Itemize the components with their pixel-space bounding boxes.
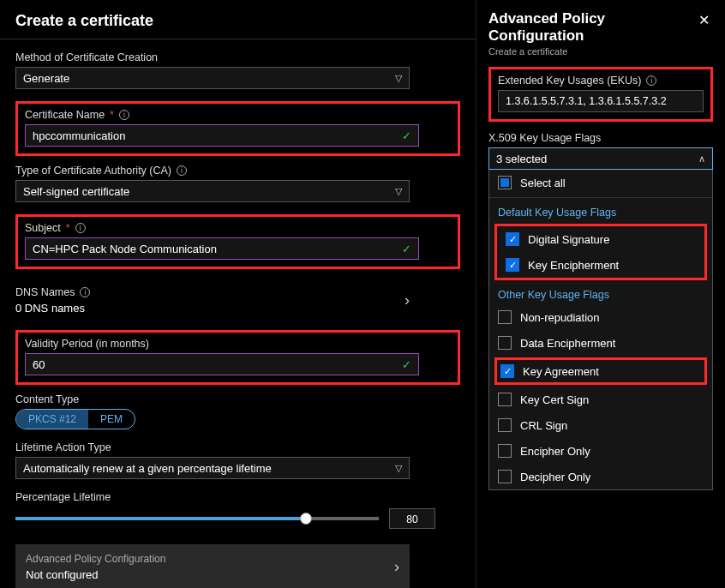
chevron-right-icon: › [394,558,399,576]
check-icon: ✓ [402,358,411,371]
pct-slider[interactable] [15,517,379,520]
x509-dropdown: Select all Default Key Usage Flags ✓ Dig… [488,170,713,490]
subject-input[interactable]: CN=HPC Pack Node Communication ✓ [25,237,419,260]
dns-value: 0 DNS names [15,302,90,315]
highlight-validity: Validity Period (in months) 60 ✓ [15,330,460,385]
validity-input[interactable]: 60 ✓ [25,353,419,375]
eku-input[interactable]: 1.3.6.1.5.5.7.3.1, 1.3.6.1.5.5.7.3.2 [498,90,704,112]
info-icon[interactable]: i [75,223,86,233]
field-ca: Type of Certificate Authority (CA) i Sel… [15,165,460,202]
content-type-toggle[interactable]: PKCS #12 PEM [15,409,135,429]
subject-label: Subject* i [25,222,451,234]
dd-select-all[interactable]: Select all [489,170,712,195]
highlight-key-agreement: ✓ Key Agreement [494,357,707,385]
method-select[interactable]: Generate ▽ [15,67,410,89]
checkbox-icon[interactable] [498,310,512,324]
checkbox-icon[interactable] [498,470,512,483]
chevron-up-icon: ∧ [698,153,705,165]
lifetime-action-select[interactable]: Automatically renew at a given percentag… [15,457,410,479]
checkbox-icon[interactable] [498,418,512,432]
field-method: Method of Certificate Creation Generate … [15,51,460,89]
x509-label: X.509 Key Usage Flags [488,132,713,144]
field-pct-lifetime: Percentage Lifetime 80 [15,491,460,529]
slider-thumb[interactable] [300,513,312,525]
right-title: Advanced Policy Configuration [488,10,695,45]
eku-label: Extended Key Usages (EKUs) i [498,75,704,87]
dd-key-agreement[interactable]: ✓ Key Agreement [497,360,704,382]
cert-name-label: Certificate Name* i [25,109,451,121]
checkbox-icon[interactable] [498,444,512,458]
checkbox-checked-icon[interactable]: ✓ [506,258,519,272]
pill-pem[interactable]: PEM [88,410,135,429]
pct-label: Percentage Lifetime [15,491,460,503]
info-icon[interactable]: i [119,110,129,120]
field-dns: DNS Names i 0 DNS names › [15,278,460,318]
field-lifetime-action: Lifetime Action Type Automatically renew… [15,441,460,479]
info-icon[interactable]: i [80,287,90,297]
checkbox-indeterminate-icon[interactable] [498,176,512,189]
check-icon: ✓ [402,243,411,255]
pill-pkcs12[interactable]: PKCS #12 [16,410,88,429]
checkbox-icon[interactable] [498,393,512,406]
chevron-down-icon: ▽ [395,186,402,197]
dns-label: DNS Names i [15,286,90,298]
chevron-down-icon: ▽ [395,73,402,84]
page-title: Create a certificate [15,12,460,30]
dd-section-default: Default Key Usage Flags [489,200,712,222]
info-icon[interactable]: i [646,75,656,86]
dd-data-encipherment[interactable]: Data Encipherment [489,330,712,356]
checkbox-checked-icon[interactable]: ✓ [506,232,519,246]
ca-label: Type of Certificate Authority (CA) i [15,165,460,177]
right-form: Extended Key Usages (EKUs) i 1.3.6.1.5.5… [476,63,725,494]
checkbox-icon[interactable] [498,336,512,350]
right-subtitle: Create a certificate [488,46,695,57]
dd-encipher-only[interactable]: Encipher Only [489,438,712,464]
dd-decipher-only[interactable]: Decipher Only [489,464,712,489]
highlight-default-flags: ✓ Digital Signature ✓ Key Encipherment [494,224,707,280]
dd-crl-sign[interactable]: CRL Sign [489,412,712,438]
advanced-policy-pane: Advanced Policy Configuration Create a c… [476,0,725,588]
dd-key-encipherment[interactable]: ✓ Key Encipherment [497,252,704,278]
highlight-cert-name: Certificate Name* i hpccommunication ✓ [15,101,460,156]
content-type-label: Content Type [15,393,460,405]
field-content-type: Content Type PKCS #12 PEM [15,393,460,429]
validity-label: Validity Period (in months) [25,338,451,350]
lifetime-action-label: Lifetime Action Type [15,441,460,453]
advanced-policy-row[interactable]: Advanced Policy Configuration Not config… [15,544,410,588]
dd-section-other: Other Key Usage Flags [489,282,712,304]
dd-digital-signature[interactable]: ✓ Digital Signature [497,226,704,252]
create-certificate-pane: Create a certificate Method of Certifica… [0,0,476,588]
check-icon: ✓ [402,129,411,142]
adv-label: Advanced Policy Configuration [26,553,165,565]
left-header: Create a certificate [0,0,476,39]
pct-value-input[interactable]: 80 [389,508,435,529]
right-header: Advanced Policy Configuration Create a c… [476,0,725,63]
chevron-down-icon: ▽ [395,463,402,474]
checkbox-checked-icon[interactable]: ✓ [500,364,514,378]
dd-non-repudiation[interactable]: Non-repudiation [489,304,712,330]
close-icon[interactable]: ✕ [695,10,713,30]
info-icon[interactable]: i [177,165,187,176]
cert-name-input[interactable]: hpccommunication ✓ [25,124,419,147]
highlight-subject: Subject* i CN=HPC Pack Node Communicatio… [15,214,460,269]
left-form: Method of Certificate Creation Generate … [0,39,476,588]
highlight-eku: Extended Key Usages (EKUs) i 1.3.6.1.5.5… [488,67,713,122]
dd-key-cert-sign[interactable]: Key Cert Sign [489,387,712,412]
x509-select[interactable]: 3 selected ∧ [488,147,713,170]
ca-select[interactable]: Self-signed certificate ▽ [15,180,410,202]
adv-value: Not configured [26,568,165,581]
chevron-right-icon: › [404,291,410,309]
dns-row[interactable]: DNS Names i 0 DNS names › [15,278,410,318]
method-label: Method of Certificate Creation [15,51,460,63]
